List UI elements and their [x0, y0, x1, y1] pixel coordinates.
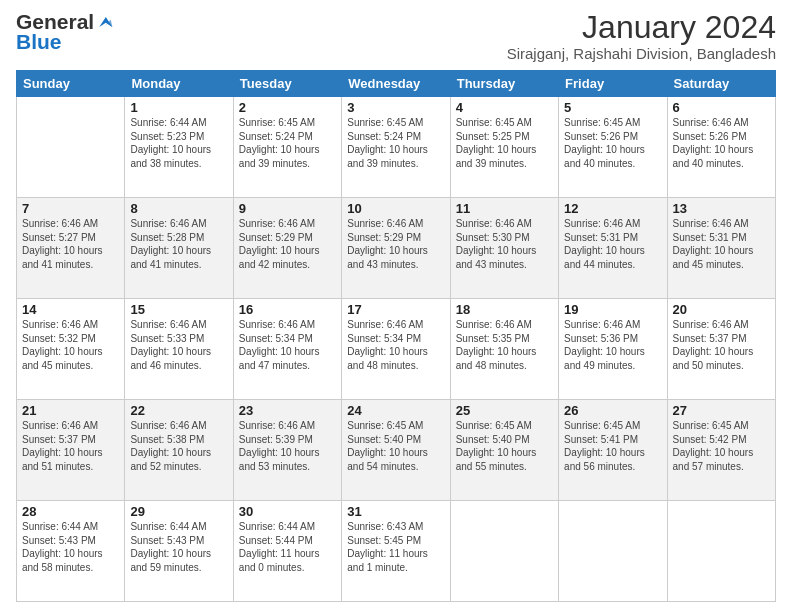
table-row: 20Sunrise: 6:46 AM Sunset: 5:37 PM Dayli… [667, 299, 775, 400]
table-row: 30Sunrise: 6:44 AM Sunset: 5:44 PM Dayli… [233, 501, 341, 602]
day-info: Sunrise: 6:46 AM Sunset: 5:26 PM Dayligh… [673, 117, 754, 169]
day-number: 7 [22, 201, 119, 216]
day-number: 18 [456, 302, 553, 317]
table-row [17, 97, 125, 198]
table-row: 22Sunrise: 6:46 AM Sunset: 5:38 PM Dayli… [125, 400, 233, 501]
day-number: 11 [456, 201, 553, 216]
table-row: 5Sunrise: 6:45 AM Sunset: 5:26 PM Daylig… [559, 97, 667, 198]
table-row: 28Sunrise: 6:44 AM Sunset: 5:43 PM Dayli… [17, 501, 125, 602]
day-info: Sunrise: 6:45 AM Sunset: 5:24 PM Dayligh… [347, 117, 428, 169]
col-saturday: Saturday [667, 71, 775, 97]
calendar-subtitle: Sirajganj, Rajshahi Division, Bangladesh [507, 45, 776, 62]
calendar-week-row: 1Sunrise: 6:44 AM Sunset: 5:23 PM Daylig… [17, 97, 776, 198]
day-info: Sunrise: 6:46 AM Sunset: 5:35 PM Dayligh… [456, 319, 537, 371]
title-block: January 2024 Sirajganj, Rajshahi Divisio… [507, 10, 776, 62]
day-info: Sunrise: 6:46 AM Sunset: 5:36 PM Dayligh… [564, 319, 645, 371]
logo-bird-icon [96, 15, 114, 29]
header: General Blue January 2024 Sirajganj, Raj… [16, 10, 776, 62]
day-info: Sunrise: 6:46 AM Sunset: 5:38 PM Dayligh… [130, 420, 211, 472]
day-info: Sunrise: 6:45 AM Sunset: 5:26 PM Dayligh… [564, 117, 645, 169]
day-number: 3 [347, 100, 444, 115]
table-row: 4Sunrise: 6:45 AM Sunset: 5:25 PM Daylig… [450, 97, 558, 198]
day-info: Sunrise: 6:46 AM Sunset: 5:31 PM Dayligh… [673, 218, 754, 270]
day-info: Sunrise: 6:46 AM Sunset: 5:33 PM Dayligh… [130, 319, 211, 371]
day-info: Sunrise: 6:44 AM Sunset: 5:23 PM Dayligh… [130, 117, 211, 169]
logo: General Blue [16, 10, 114, 54]
calendar-week-row: 14Sunrise: 6:46 AM Sunset: 5:32 PM Dayli… [17, 299, 776, 400]
table-row: 12Sunrise: 6:46 AM Sunset: 5:31 PM Dayli… [559, 198, 667, 299]
table-row: 31Sunrise: 6:43 AM Sunset: 5:45 PM Dayli… [342, 501, 450, 602]
day-info: Sunrise: 6:46 AM Sunset: 5:29 PM Dayligh… [347, 218, 428, 270]
calendar-week-row: 28Sunrise: 6:44 AM Sunset: 5:43 PM Dayli… [17, 501, 776, 602]
table-row: 14Sunrise: 6:46 AM Sunset: 5:32 PM Dayli… [17, 299, 125, 400]
day-number: 16 [239, 302, 336, 317]
col-monday: Monday [125, 71, 233, 97]
table-row: 21Sunrise: 6:46 AM Sunset: 5:37 PM Dayli… [17, 400, 125, 501]
table-row: 18Sunrise: 6:46 AM Sunset: 5:35 PM Dayli… [450, 299, 558, 400]
table-row: 1Sunrise: 6:44 AM Sunset: 5:23 PM Daylig… [125, 97, 233, 198]
day-number: 30 [239, 504, 336, 519]
day-info: Sunrise: 6:43 AM Sunset: 5:45 PM Dayligh… [347, 521, 428, 573]
table-row: 11Sunrise: 6:46 AM Sunset: 5:30 PM Dayli… [450, 198, 558, 299]
calendar-title: January 2024 [507, 10, 776, 45]
day-info: Sunrise: 6:46 AM Sunset: 5:28 PM Dayligh… [130, 218, 211, 270]
logo-blue: Blue [16, 30, 62, 54]
table-row: 23Sunrise: 6:46 AM Sunset: 5:39 PM Dayli… [233, 400, 341, 501]
col-tuesday: Tuesday [233, 71, 341, 97]
day-number: 13 [673, 201, 770, 216]
day-number: 22 [130, 403, 227, 418]
table-row: 25Sunrise: 6:45 AM Sunset: 5:40 PM Dayli… [450, 400, 558, 501]
day-number: 1 [130, 100, 227, 115]
day-info: Sunrise: 6:46 AM Sunset: 5:31 PM Dayligh… [564, 218, 645, 270]
day-number: 14 [22, 302, 119, 317]
table-row: 8Sunrise: 6:46 AM Sunset: 5:28 PM Daylig… [125, 198, 233, 299]
day-info: Sunrise: 6:45 AM Sunset: 5:40 PM Dayligh… [347, 420, 428, 472]
day-number: 23 [239, 403, 336, 418]
table-row: 27Sunrise: 6:45 AM Sunset: 5:42 PM Dayli… [667, 400, 775, 501]
day-number: 24 [347, 403, 444, 418]
day-number: 5 [564, 100, 661, 115]
col-thursday: Thursday [450, 71, 558, 97]
day-number: 12 [564, 201, 661, 216]
day-info: Sunrise: 6:44 AM Sunset: 5:44 PM Dayligh… [239, 521, 320, 573]
col-friday: Friday [559, 71, 667, 97]
table-row: 17Sunrise: 6:46 AM Sunset: 5:34 PM Dayli… [342, 299, 450, 400]
table-row: 26Sunrise: 6:45 AM Sunset: 5:41 PM Dayli… [559, 400, 667, 501]
day-number: 26 [564, 403, 661, 418]
day-info: Sunrise: 6:46 AM Sunset: 5:32 PM Dayligh… [22, 319, 103, 371]
table-row: 2Sunrise: 6:45 AM Sunset: 5:24 PM Daylig… [233, 97, 341, 198]
day-info: Sunrise: 6:45 AM Sunset: 5:24 PM Dayligh… [239, 117, 320, 169]
table-row: 9Sunrise: 6:46 AM Sunset: 5:29 PM Daylig… [233, 198, 341, 299]
day-info: Sunrise: 6:45 AM Sunset: 5:40 PM Dayligh… [456, 420, 537, 472]
table-row: 24Sunrise: 6:45 AM Sunset: 5:40 PM Dayli… [342, 400, 450, 501]
table-row: 6Sunrise: 6:46 AM Sunset: 5:26 PM Daylig… [667, 97, 775, 198]
table-row: 15Sunrise: 6:46 AM Sunset: 5:33 PM Dayli… [125, 299, 233, 400]
table-row [450, 501, 558, 602]
day-number: 29 [130, 504, 227, 519]
table-row: 7Sunrise: 6:46 AM Sunset: 5:27 PM Daylig… [17, 198, 125, 299]
day-number: 25 [456, 403, 553, 418]
day-number: 17 [347, 302, 444, 317]
day-number: 21 [22, 403, 119, 418]
header-row: Sunday Monday Tuesday Wednesday Thursday… [17, 71, 776, 97]
day-number: 6 [673, 100, 770, 115]
day-info: Sunrise: 6:45 AM Sunset: 5:42 PM Dayligh… [673, 420, 754, 472]
col-wednesday: Wednesday [342, 71, 450, 97]
table-row: 29Sunrise: 6:44 AM Sunset: 5:43 PM Dayli… [125, 501, 233, 602]
day-info: Sunrise: 6:46 AM Sunset: 5:27 PM Dayligh… [22, 218, 103, 270]
page: General Blue January 2024 Sirajganj, Raj… [0, 0, 792, 612]
calendar-table: Sunday Monday Tuesday Wednesday Thursday… [16, 70, 776, 602]
day-info: Sunrise: 6:46 AM Sunset: 5:34 PM Dayligh… [239, 319, 320, 371]
day-info: Sunrise: 6:45 AM Sunset: 5:41 PM Dayligh… [564, 420, 645, 472]
day-number: 31 [347, 504, 444, 519]
day-number: 10 [347, 201, 444, 216]
table-row: 10Sunrise: 6:46 AM Sunset: 5:29 PM Dayli… [342, 198, 450, 299]
day-number: 2 [239, 100, 336, 115]
table-row: 16Sunrise: 6:46 AM Sunset: 5:34 PM Dayli… [233, 299, 341, 400]
day-number: 27 [673, 403, 770, 418]
day-info: Sunrise: 6:46 AM Sunset: 5:37 PM Dayligh… [673, 319, 754, 371]
day-number: 4 [456, 100, 553, 115]
day-info: Sunrise: 6:46 AM Sunset: 5:29 PM Dayligh… [239, 218, 320, 270]
day-info: Sunrise: 6:45 AM Sunset: 5:25 PM Dayligh… [456, 117, 537, 169]
day-number: 20 [673, 302, 770, 317]
